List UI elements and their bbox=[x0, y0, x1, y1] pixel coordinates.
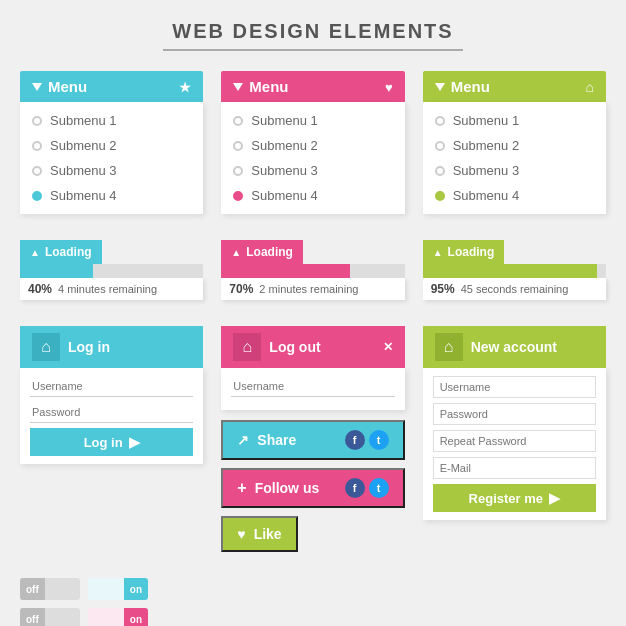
home-icon: ⌂ bbox=[32, 333, 60, 361]
menu-label-cyan: Menu bbox=[48, 78, 87, 95]
list-item[interactable]: Submenu 2 bbox=[423, 133, 606, 158]
bullet-dot bbox=[435, 116, 445, 126]
chevron-down-icon bbox=[233, 83, 243, 91]
password-field[interactable] bbox=[30, 402, 193, 423]
loading-header-pink: Loading bbox=[221, 240, 303, 264]
username-field[interactable] bbox=[30, 376, 193, 397]
username-field[interactable] bbox=[433, 376, 596, 398]
form-title-logout: Log out bbox=[269, 339, 320, 355]
toggle-on-cyan[interactable]: on bbox=[88, 578, 148, 600]
menu-header-pink[interactable]: Menu bbox=[221, 71, 404, 102]
username-field[interactable] bbox=[231, 376, 394, 397]
loading-bar-bg-green bbox=[423, 264, 606, 278]
list-item[interactable]: Submenu 3 bbox=[221, 158, 404, 183]
toggle-off-cyan[interactable]: off bbox=[20, 578, 80, 600]
list-item[interactable]: Submenu 3 bbox=[20, 158, 203, 183]
email-field[interactable] bbox=[433, 457, 596, 479]
home-icon bbox=[586, 78, 594, 95]
bullet-dot bbox=[233, 166, 243, 176]
menu-header-cyan[interactable]: Menu bbox=[20, 71, 203, 102]
bullet-dot bbox=[32, 166, 42, 176]
heart-icon bbox=[385, 78, 393, 95]
list-item[interactable]: Submenu 4 bbox=[221, 183, 404, 208]
list-item[interactable]: Submenu 1 bbox=[221, 108, 404, 133]
toggle-on-pink[interactable]: on bbox=[88, 608, 148, 626]
arrow-right-icon: ▶ bbox=[129, 434, 140, 450]
list-item[interactable]: Submenu 4 bbox=[20, 183, 203, 208]
toggle-on-label: on bbox=[124, 578, 148, 600]
list-item[interactable]: Submenu 2 bbox=[221, 133, 404, 158]
upload-icon bbox=[433, 245, 443, 259]
list-item[interactable]: Submenu 3 bbox=[423, 158, 606, 183]
upload-icon bbox=[30, 245, 40, 259]
loading-bar-bg-cyan bbox=[20, 264, 203, 278]
register-button[interactable]: Register me ▶ bbox=[433, 484, 596, 512]
chevron-down-icon bbox=[32, 83, 42, 91]
menu-body-cyan: Submenu 1 Submenu 2 Submenu 3 Submenu 4 bbox=[20, 102, 203, 214]
share-icon bbox=[237, 432, 249, 448]
menu-widget-pink: Menu Submenu 1 Submenu 2 Submenu 3 Subme… bbox=[221, 71, 404, 214]
loading-pct-cyan: 40% bbox=[28, 282, 52, 296]
loading-footer-pink: 70% 2 minutes remaining bbox=[221, 278, 404, 300]
loading-time-cyan: 4 minutes remaining bbox=[58, 283, 157, 295]
loading-bar-bg-pink bbox=[221, 264, 404, 278]
twitter-icon: t bbox=[369, 430, 389, 450]
loading-label-pink: Loading bbox=[246, 245, 293, 259]
toggle-off-pink[interactable]: off bbox=[20, 608, 80, 626]
toggle-row-cyan: off on bbox=[20, 578, 203, 600]
menu-body-pink: Submenu 1 Submenu 2 Submenu 3 Submenu 4 bbox=[221, 102, 404, 214]
form-body-register: Register me ▶ bbox=[423, 368, 606, 520]
loading-pct-pink: 70% bbox=[229, 282, 253, 296]
form-title-register: New account bbox=[471, 339, 557, 355]
loader-widget-green: Loading 95% 45 seconds remaining bbox=[423, 240, 606, 300]
loading-pct-green: 95% bbox=[431, 282, 455, 296]
form-header-login: ⌂ Log in bbox=[20, 326, 203, 368]
bullet-dot-active bbox=[32, 191, 42, 201]
menu-label-green: Menu bbox=[451, 78, 490, 95]
menu-header-green[interactable]: Menu bbox=[423, 71, 606, 102]
login-button[interactable]: Log in ▶ bbox=[30, 428, 193, 456]
form-widget-register: ⌂ New account Register me ▶ bbox=[423, 326, 606, 560]
share-button[interactable]: Share f t bbox=[221, 420, 404, 460]
list-item[interactable]: Submenu 2 bbox=[20, 133, 203, 158]
loader-widget-pink: Loading 70% 2 minutes remaining bbox=[221, 240, 404, 300]
home-icon: ⌂ bbox=[233, 333, 261, 361]
loading-header-green: Loading bbox=[423, 240, 505, 264]
list-item[interactable]: Submenu 1 bbox=[20, 108, 203, 133]
upload-icon bbox=[231, 245, 241, 259]
follow-button[interactable]: Follow us f t bbox=[221, 468, 404, 508]
toggle-off-label: off bbox=[20, 608, 45, 626]
form-header-logout: ⌂ Log out ✕ bbox=[221, 326, 404, 368]
form-body-logout bbox=[221, 368, 404, 410]
twitter-icon: t bbox=[369, 478, 389, 498]
facebook-icon: f bbox=[345, 478, 365, 498]
arrow-right-icon: ▶ bbox=[549, 490, 560, 506]
password-field[interactable] bbox=[433, 403, 596, 425]
close-icon: ✕ bbox=[383, 340, 393, 354]
form-widget-login: ⌂ Log in Log in ▶ bbox=[20, 326, 203, 560]
bullet-dot bbox=[435, 141, 445, 151]
menu-widget-green: Menu Submenu 1 Submenu 2 Submenu 3 Subme… bbox=[423, 71, 606, 214]
bullet-dot bbox=[32, 141, 42, 151]
like-button[interactable]: Like bbox=[221, 516, 297, 552]
page-title: WEB DESIGN ELEMENTS bbox=[163, 20, 463, 51]
toggle-off-label: off bbox=[20, 578, 45, 600]
form-title-login: Log in bbox=[68, 339, 110, 355]
list-item[interactable]: Submenu 4 bbox=[423, 183, 606, 208]
bullet-dot bbox=[435, 166, 445, 176]
loading-bar-fill-pink bbox=[221, 264, 349, 278]
bullet-dot bbox=[233, 141, 243, 151]
form-header-register: ⌂ New account bbox=[423, 326, 606, 368]
list-item[interactable]: Submenu 1 bbox=[423, 108, 606, 133]
toggle-on-label: on bbox=[124, 608, 148, 626]
home-icon: ⌂ bbox=[435, 333, 463, 361]
loading-label-cyan: Loading bbox=[45, 245, 92, 259]
repeat-password-field[interactable] bbox=[433, 430, 596, 452]
bullet-dot bbox=[32, 116, 42, 126]
loading-time-pink: 2 minutes remaining bbox=[259, 283, 358, 295]
form-body-login: Log in ▶ bbox=[20, 368, 203, 464]
form-widget-logout: ⌂ Log out ✕ Share f t Follow us f bbox=[221, 326, 404, 560]
loading-label-green: Loading bbox=[448, 245, 495, 259]
menu-label-pink: Menu bbox=[249, 78, 288, 95]
loading-bar-fill-green bbox=[423, 264, 597, 278]
